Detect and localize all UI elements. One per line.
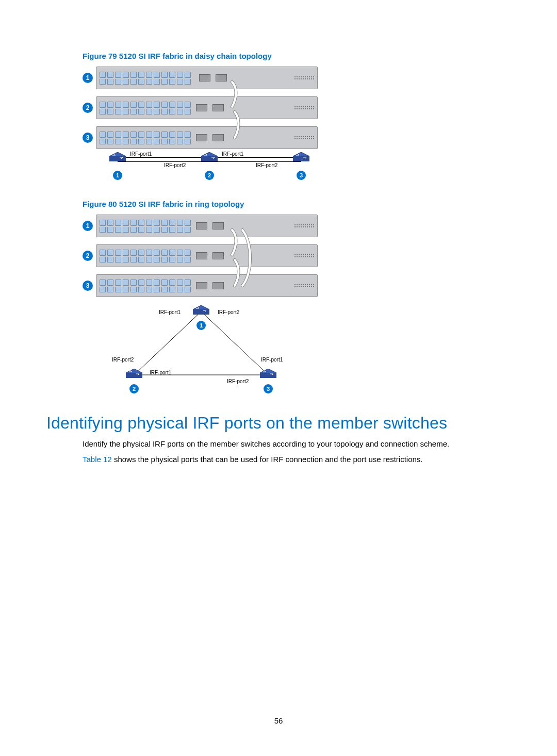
section-para2-rest: shows the physical ports that can be use… [112, 455, 423, 464]
page-number: 56 [0, 716, 557, 725]
figure80: 1 2 3 [83, 215, 511, 398]
switch-node-icon [293, 152, 309, 165]
svg-line-6 [134, 311, 201, 375]
irf-port-label: IRF-port1 [222, 151, 243, 157]
switch-device-icon [96, 274, 318, 297]
figure80-node-badge-2: 2 [129, 384, 139, 393]
figure79: 1 /*placeholder*/ 2 [83, 67, 511, 187]
figure79-switch-row-1: 1 /*placeholder*/ [83, 67, 511, 89]
section-heading: Identifying physical IRF ports on the me… [46, 414, 511, 433]
figure80-node-badge-3: 3 [264, 384, 273, 393]
irf-port-label: IRF-port2 [256, 162, 277, 168]
figure80-caption: Figure 80 5120 SI IRF fabric in ring top… [83, 200, 511, 208]
irf-port-label: IRF-port2 [112, 357, 134, 363]
figure80-ring-topology: IRF-port1 IRF-port2 IRF-port2 IRF-port1 … [83, 300, 320, 398]
figure79-stack: 1 /*placeholder*/ 2 [83, 67, 511, 149]
figure79-switch-row-3: 3 [83, 126, 511, 149]
section-para2: Table 12 shows the physical ports that c… [83, 454, 511, 465]
figure79-stack-badge-1: 1 [83, 73, 93, 83]
table-12-link[interactable]: Table 12 [83, 455, 112, 464]
switch-node-icon [201, 152, 218, 165]
switch-device-icon [96, 215, 318, 237]
irf-port-label: IRF-port1 [261, 357, 283, 363]
figure80-node-badge-1: 1 [196, 321, 206, 330]
switch-node-icon [109, 152, 126, 165]
irf-port-label: IRF-port1 [150, 370, 171, 375]
figure80-stack-badge-3: 3 [83, 281, 93, 291]
irf-port-label: IRF-port1 [159, 309, 181, 315]
figure79-switch-row-2: 2 [83, 96, 511, 119]
switch-device-icon [96, 96, 318, 119]
figure79-stack-badge-2: 2 [83, 103, 93, 113]
switch-node-icon [193, 305, 209, 318]
switch-device-icon [96, 244, 318, 267]
svg-line-7 [201, 311, 268, 375]
figure80-switch-row-3: 3 [83, 274, 511, 297]
switch-device-icon: /*placeholder*/ [96, 67, 318, 89]
figure79-node-badge-1: 1 [113, 171, 122, 180]
figure79-topology: IRF-port1 IRF-port2 IRF-port1 IRF-port2 … [83, 151, 320, 187]
figure80-stack: 1 2 3 [83, 215, 511, 297]
section-para1: Identify the physical IRF ports on the m… [83, 439, 511, 449]
figure79-caption: Figure 79 5120 SI IRF fabric in daisy ch… [83, 52, 511, 60]
figure80-switch-row-1: 1 [83, 215, 511, 237]
irf-port-label: IRF-port2 [227, 379, 249, 384]
figure79-node-badge-3: 3 [297, 171, 306, 180]
irf-port-label: IRF-port2 [218, 309, 239, 315]
figure80-stack-badge-2: 2 [83, 251, 93, 261]
irf-port-label: IRF-port1 [130, 151, 152, 157]
figure80-stack-badge-1: 1 [83, 221, 93, 231]
switch-node-icon [260, 369, 276, 381]
switch-device-icon [96, 126, 318, 149]
figure80-switch-row-2: 2 [83, 244, 511, 267]
figure79-stack-badge-3: 3 [83, 133, 93, 143]
irf-port-label: IRF-port2 [164, 162, 186, 168]
figure79-node-badge-2: 2 [205, 171, 214, 180]
switch-node-icon [126, 369, 142, 381]
